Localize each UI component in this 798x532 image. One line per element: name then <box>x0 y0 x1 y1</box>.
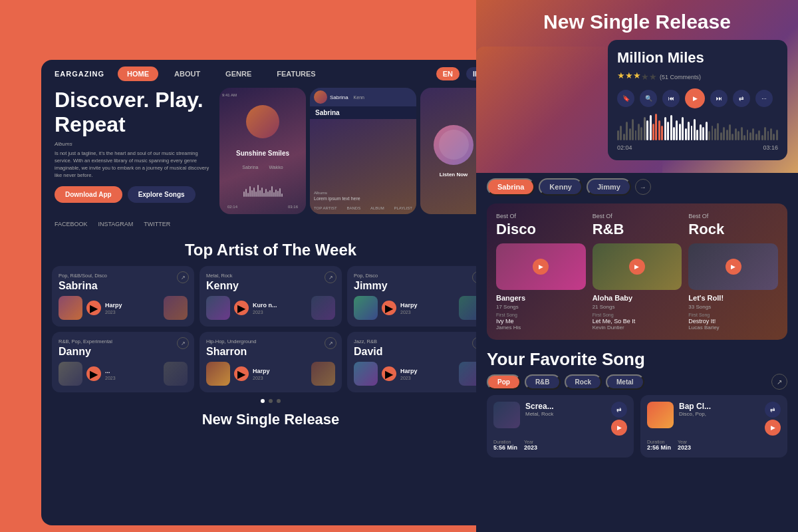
fav-arrow[interactable]: ↗ <box>771 374 787 390</box>
bap-buttons: ⇄ ▶ <box>765 402 781 436</box>
more-button[interactable]: ··· <box>755 90 773 107</box>
sabrina-external-icon[interactable]: ↗ <box>177 271 189 283</box>
best-of-disco: Best Of Disco ▶ Bangers 17 Songs First S… <box>496 213 586 331</box>
navbar: EARGAZING HOME ABOUT GENRE FEATURES EN I… <box>41 60 500 88</box>
main-panel: EARGAZING HOME ABOUT GENRE FEATURES EN I… <box>41 60 500 525</box>
rock-first-label: First Song <box>688 313 778 317</box>
carousel-dots <box>41 392 500 408</box>
filter-rnb[interactable]: R&B <box>525 374 561 390</box>
bap-meta: Duration 2:56 Min Year 2023 <box>647 440 781 451</box>
twitter-link[interactable]: TWITTER <box>144 221 170 227</box>
disco-genre: Disco <box>496 221 586 238</box>
dot-3[interactable] <box>277 399 281 403</box>
jimmy-name: Jimmy <box>354 280 483 292</box>
danny-external-icon[interactable]: ↗ <box>177 337 189 349</box>
comments-count: (51 Comments) <box>660 74 701 80</box>
best-of-grid: Best Of Disco ▶ Bangers 17 Songs First S… <box>496 213 778 331</box>
favorite-title: Your Favorite Song <box>476 342 798 374</box>
search-button[interactable]: 🔍 <box>640 90 657 107</box>
nav-genre[interactable]: GENRE <box>216 66 261 81</box>
facebook-link[interactable]: FACEBOOK <box>55 221 88 227</box>
bap-year: Year 2023 <box>678 440 691 451</box>
david-info: Harpy 2023 <box>400 368 455 380</box>
filter-rock[interactable]: Rock <box>565 374 602 390</box>
dot-1[interactable] <box>261 399 265 403</box>
scream-play[interactable]: ▶ <box>611 420 627 436</box>
nav-home[interactable]: HOME <box>118 66 158 81</box>
disco-artist: James His <box>496 325 586 331</box>
jimmy-play[interactable]: ▶ <box>382 301 396 315</box>
explore-songs-button[interactable]: Explore Songs <box>128 186 196 203</box>
rnb-artist: Kevin Duntier <box>593 325 682 331</box>
danny-play[interactable]: ▶ <box>86 366 101 381</box>
bap-genre: Disco, Pop, <box>679 411 759 417</box>
download-app-button[interactable]: Download App <box>55 186 122 203</box>
rnb-count: 21 Songs <box>593 304 682 310</box>
kenny-play[interactable]: ▶ <box>234 301 249 315</box>
next-button[interactable]: ⏭ <box>710 90 728 107</box>
bap-play[interactable]: ▶ <box>765 420 781 436</box>
filter-metal[interactable]: Metal <box>606 374 644 390</box>
time-current: 02:04 <box>617 144 632 151</box>
kenny-external-icon[interactable]: ↗ <box>325 271 336 283</box>
player-time: 02:04 03:16 <box>617 144 778 151</box>
phone-waveform <box>238 178 288 197</box>
rnb-play-btn[interactable]: ▶ <box>629 259 645 275</box>
hero-section: Discover. Play. Repeat Albums Is not jus… <box>41 88 500 217</box>
star-1: ★ <box>617 70 625 80</box>
dot-2[interactable] <box>269 399 273 403</box>
right-panel: New Single Release Million Miles ★ ★ ★ ★… <box>476 0 798 532</box>
sharron-external-icon[interactable]: ↗ <box>325 337 336 349</box>
scream-header: Screa... Metal, Rock ⇄ ▶ <box>493 402 627 436</box>
nav-about[interactable]: ABOUT <box>165 66 209 81</box>
sharron-play[interactable]: ▶ <box>234 366 249 381</box>
rnb-label: Best Of <box>593 213 682 219</box>
favorite-section: Your Favorite Song Pop R&B Rock Metal ↗ … <box>476 342 798 458</box>
tabs-arrow[interactable]: → <box>635 179 651 195</box>
tab-kenny[interactable]: Kenny <box>539 178 583 196</box>
bap-shuffle[interactable]: ⇄ <box>765 402 781 418</box>
sabrina-name: Sabrina <box>59 280 188 292</box>
rating-row: ★ ★ ★ ★ ★ (51 Comments) <box>617 70 778 83</box>
david-play[interactable]: ▶ <box>382 366 396 381</box>
sharron-genre: Hip-Hop, Underground <box>206 338 335 344</box>
phone-avatar <box>246 105 279 138</box>
disco-song: Ivy Me <box>496 318 586 325</box>
david-content: ▶ Harpy 2023 <box>354 362 483 386</box>
david-genre: Jazz, R&B <box>354 338 483 344</box>
david-name: David <box>354 346 483 358</box>
best-of-section: Best Of Disco ▶ Bangers 17 Songs First S… <box>487 203 787 340</box>
sabrina-play[interactable]: ▶ <box>86 301 101 315</box>
bap-duration: Duration 2:56 Min <box>647 440 671 451</box>
danny-thumb2 <box>164 362 188 386</box>
now-playing-title: Million Miles <box>617 49 778 66</box>
instagram-link[interactable]: INSTAGRAM <box>98 221 134 227</box>
hero-buttons: Download App Explore Songs <box>55 186 213 203</box>
scream-genre: Metal, Rock <box>525 411 606 417</box>
logo: EARGAZING <box>55 70 104 78</box>
disco-play-btn[interactable]: ▶ <box>533 259 549 275</box>
tab-jimmy[interactable]: Jimmy <box>587 178 631 196</box>
tab-sabrina[interactable]: Sabrina <box>487 178 535 196</box>
rnb-first-label: First Song <box>593 313 682 317</box>
rnb-song: Let Me, So Be It <box>593 318 682 325</box>
phone-artist-name: Sunshine Smiles <box>236 150 289 157</box>
shuffle-button[interactable]: ⇄ <box>733 90 750 107</box>
scream-shuffle[interactable]: ⇄ <box>611 402 627 418</box>
david-thumb <box>354 362 378 386</box>
bookmark-button[interactable]: 🔖 <box>617 90 634 107</box>
nav-features[interactable]: FEATURES <box>267 66 325 81</box>
artist-card-sabrina: Pop, R&B/Soul, Disco Sabrina ▶ Harpy 202… <box>52 266 194 327</box>
artist-card-danny: R&B, Pop, Experimental Danny ▶ ... 2023 … <box>52 332 194 392</box>
prev-button[interactable]: ⏮ <box>662 90 680 107</box>
scream-meta: Duration 5:56 Min Year 2023 <box>493 440 627 451</box>
play-pause-button[interactable]: ▶ <box>685 88 705 108</box>
rnb-album: Aloha Baby <box>593 294 682 302</box>
filter-pop[interactable]: Pop <box>487 374 521 390</box>
artist-card-kenny: Metal, Rock Kenny ▶ Kuro n... 2023 ↗ <box>200 266 342 327</box>
sharron-thumb <box>206 362 230 386</box>
rock-play-btn[interactable]: ▶ <box>726 259 741 275</box>
lang-en-button[interactable]: EN <box>436 67 460 80</box>
danny-content: ▶ ... 2023 <box>59 362 188 386</box>
rock-count: 33 Songs <box>688 304 778 310</box>
